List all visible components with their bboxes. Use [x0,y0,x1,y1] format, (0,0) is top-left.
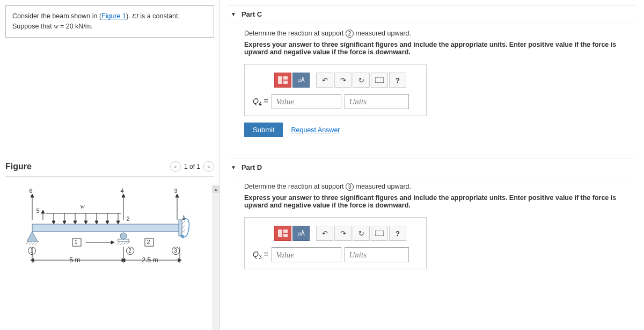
q4-value-input[interactable] [272,94,341,109]
reset-button[interactable]: ↻ [353,73,370,88]
svg-marker-14 [74,221,77,224]
figure-next-button[interactable]: > [203,161,214,172]
part-c-requirements: Express your answer to three significant… [244,41,620,56]
svg-line-30 [29,241,32,245]
part-d-toolbar: μÅ ↶ ↷ ↻ ? [274,226,418,241]
templates-button[interactable] [274,73,291,88]
support-1: 1 [28,247,36,255]
redo-button[interactable]: ↷ [334,73,352,88]
ei-var: EI [132,12,138,20]
svg-line-29 [26,241,29,245]
figure-link[interactable]: Figure 1 [101,12,126,20]
undo-button[interactable]: ↶ [316,226,333,241]
svg-marker-53 [111,241,114,244]
figure-title: Figure [5,162,32,171]
keyboard-button[interactable] [371,226,388,241]
svg-marker-12 [63,221,66,224]
label-w: w [80,203,85,211]
left-scrollbar[interactable]: ▴ [212,185,219,330]
svg-point-25 [120,233,127,239]
part-c-submit-row: Submit Request Answer [244,123,620,137]
part-d-header[interactable]: ▼ Part D [228,159,636,176]
units-button[interactable]: μÅ [292,73,310,88]
support-3-ref: 3 [346,183,354,191]
svg-line-31 [32,241,35,245]
dim-5m: 5 m [70,256,80,264]
ei-suffix: is a constant. [138,12,180,20]
q3-label: Q3 = [253,250,268,260]
svg-marker-24 [27,232,38,241]
svg-rect-60 [278,229,282,237]
section-1: 1 [75,239,78,245]
svg-rect-57 [375,77,384,83]
q4-label: Q4 = [253,97,268,107]
help-button[interactable]: ? [389,73,406,88]
part-c-input-row: Q4 = [253,94,418,109]
beam-svg [16,193,204,290]
svg-marker-20 [106,221,109,224]
part-d-body: Determine the reaction at support 3 meas… [228,183,636,286]
part-c-body: Determine the reaction at support 2 meas… [228,30,636,148]
support-2: 2 [126,247,134,255]
svg-rect-61 [283,229,288,233]
support-3: 3 [172,247,180,255]
undo-button[interactable]: ↶ [316,73,333,88]
help-button[interactable]: ? [389,226,406,241]
w-var: w [54,23,58,30]
svg-marker-22 [116,221,120,224]
svg-line-36 [127,241,130,245]
svg-rect-54 [278,76,282,84]
svg-rect-63 [375,231,384,236]
svg-line-40 [182,229,185,233]
support-2-ref: 2 [346,30,354,38]
w-value: = 20 kN/m. [58,23,93,30]
svg-marker-1 [31,194,34,197]
figure-prev-button[interactable]: < [170,161,181,172]
divider [5,176,214,177]
reset-button[interactable]: ↻ [353,226,370,241]
part-c-answer-widget: μÅ ↶ ↷ ↻ ? Q4 = [244,64,427,116]
problem-text: Consider the beam shown in ( [12,12,101,20]
units-button[interactable]: μÅ [292,226,310,241]
right-pane: ▼ Part C Determine the reaction at suppo… [220,0,644,330]
label-4: 4 [121,188,124,194]
label-3: 3 [174,188,178,194]
part-d-requirements: Express your answer to three significant… [244,194,620,209]
part-d-title: Part D [241,163,262,171]
label-2-small: 2 [127,216,130,222]
part-c-request-answer[interactable]: Request Answer [291,126,340,134]
scroll-up-icon[interactable]: ▴ [212,185,219,193]
svg-marker-5 [122,194,125,197]
part-c-submit-button[interactable]: Submit [244,123,283,137]
problem-text2: ). [126,12,130,20]
part-d-input-row: Q3 = [253,247,418,262]
figure-header: Figure < 1 of 1 > [5,161,214,172]
svg-marker-3 [41,210,45,213]
problem-statement: Consider the beam shown in (Figure 1). E… [5,5,214,38]
caret-down-icon: ▼ [231,11,236,17]
part-c-title: Part C [241,10,262,18]
svg-line-35 [123,241,127,245]
svg-marker-16 [84,221,87,224]
svg-rect-55 [283,76,288,80]
section-2: 2 [147,239,150,245]
q3-units-input[interactable] [345,247,409,262]
svg-line-38 [182,221,185,224]
templates-button[interactable] [274,226,291,241]
redo-button[interactable]: ↷ [334,226,352,241]
part-c-toolbar: μÅ ↶ ↷ ↻ ? [274,73,418,88]
svg-rect-26 [118,239,129,241]
dim-2.5m: 2.5 m [142,256,158,264]
keyboard-button[interactable] [371,73,388,88]
figure-nav: < 1 of 1 > [170,161,214,172]
svg-rect-23 [32,224,180,232]
svg-line-33 [117,241,120,245]
svg-line-32 [35,241,39,245]
q4-units-input[interactable] [345,94,409,109]
figure-pager: 1 of 1 [184,163,200,170]
svg-rect-56 [283,81,288,84]
svg-marker-7 [175,194,179,197]
part-c-header[interactable]: ▼ Part C [228,5,636,23]
q3-value-input[interactable] [272,247,341,262]
caret-down-icon: ▼ [231,164,236,170]
